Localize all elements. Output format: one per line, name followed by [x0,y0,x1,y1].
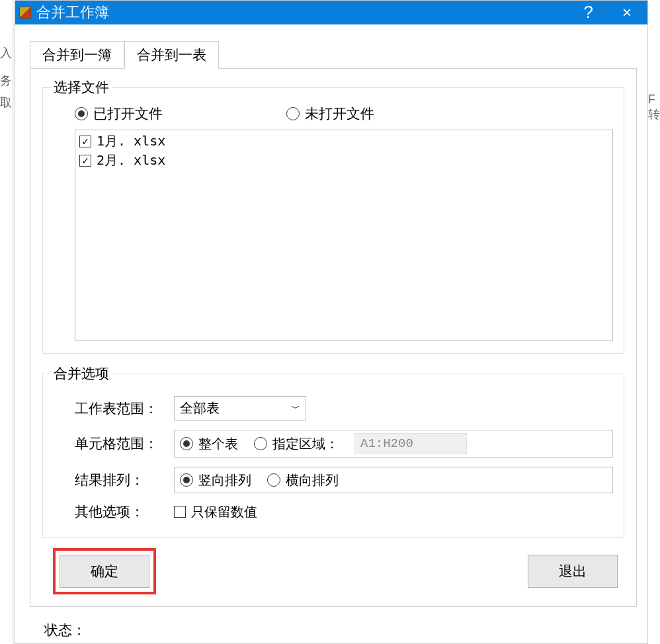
whole-sheet-radio[interactable]: 整个表 [180,435,238,453]
result-layout-label: 结果排列： [75,471,174,489]
cell-range-box: 整个表 指定区域： A1:H200 [174,430,613,458]
keep-values-checkbox[interactable]: 只保留数值 [174,503,257,521]
file-list-item[interactable]: 2月. xlsx [79,151,608,170]
file-list[interactable]: 1月. xlsx 2月. xlsx [75,130,613,341]
button-row: 确定 退出 [42,548,624,594]
merge-options-legend: 合并选项 [51,364,112,383]
radio-icon [75,107,88,120]
tab-strip: 合并到一簿 合并到一表 [30,40,637,68]
cell-range-label: 单元格范围： [75,434,174,453]
file-selection-group: 选择文件 已打开文件 未打开文件 1月. xlsx [42,78,624,354]
tab-merge-to-workbook[interactable]: 合并到一簿 [30,41,124,69]
titlebar: 合并工作簿 ? × [15,1,647,24]
radio-icon [180,473,193,487]
confirm-button[interactable]: 确定 [60,555,149,588]
window-title: 合并工作簿 [36,3,109,22]
help-button[interactable]: ? [576,2,601,22]
radio-icon [267,473,280,487]
radio-icon [286,107,300,120]
tab-merge-to-sheet[interactable]: 合并到一表 [124,41,219,69]
chevron-down-icon: ﹀ [291,403,300,415]
merge-workbook-dialog: 合并工作簿 ? × 合并到一簿 合并到一表 选择文件 已打开文件 未打开文件 [15,0,648,644]
checkbox-icon[interactable] [174,506,186,518]
file-selection-legend: 选择文件 [51,78,112,97]
app-icon [19,7,31,19]
radio-icon [180,437,193,450]
bg-text: 入 [0,45,12,61]
vertical-layout-radio[interactable]: 竖向排列 [180,471,251,489]
specified-range-radio[interactable]: 指定区域： [254,435,339,453]
sheet-range-label: 工作表范围： [75,399,174,418]
bg-text: F转 [648,93,660,122]
checkbox-icon[interactable] [79,136,91,147]
opened-files-radio[interactable]: 已打开文件 [75,104,286,123]
radio-icon [254,437,267,450]
merge-options-group: 合并选项 工作表范围： 全部表 ﹀ 单元格范围： 整个表 [42,364,624,538]
exit-button[interactable]: 退出 [528,555,618,588]
bg-text: 取 [0,95,12,110]
bg-text: 务 [0,73,12,89]
unopened-files-radio[interactable]: 未打开文件 [286,104,374,123]
checkbox-icon[interactable] [79,155,91,167]
sheet-range-select[interactable]: 全部表 ﹀ [174,396,306,421]
highlight-annotation: 确定 [53,548,156,594]
close-button[interactable]: × [612,1,642,24]
range-input[interactable]: A1:H200 [354,433,467,454]
result-layout-box: 竖向排列 横向排列 [174,467,613,493]
file-list-item[interactable]: 1月. xlsx [79,132,608,151]
other-options-label: 其他选项： [75,503,174,521]
horizontal-layout-radio[interactable]: 横向排列 [267,471,339,489]
status-label: 状态： [44,621,86,639]
tab-panel: 选择文件 已打开文件 未打开文件 1月. xlsx [30,68,637,607]
